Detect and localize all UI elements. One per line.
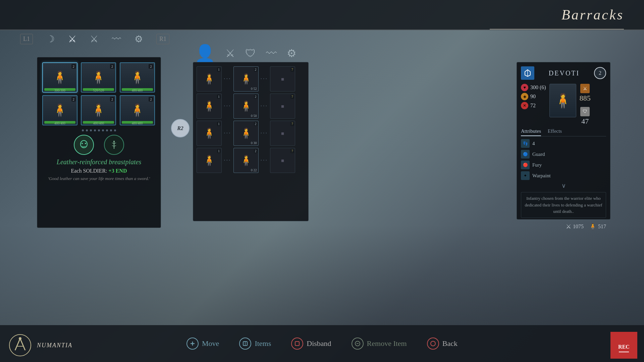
gold-icon: ◈ xyxy=(521,93,528,100)
devoti-icon xyxy=(521,66,534,80)
logo-icon xyxy=(7,332,34,359)
attr-speed: 👣 4 xyxy=(521,139,606,148)
stats-col-right: ⚔ 885 🛡 47 xyxy=(580,84,591,126)
stats-row: ♥ 300 (6) ◈ 90 ✕ 72 🧍 ⚔ 885 🛡 47 xyxy=(521,84,606,126)
unit-description: Infantry chosen from the warrior elite w… xyxy=(521,192,606,218)
disband-icon xyxy=(291,338,303,350)
center-nav: 👤 ⚔ 🛡 〰 ⚙ xyxy=(195,44,297,63)
attack-stat: ⚔ 885 xyxy=(580,84,591,103)
move-icon xyxy=(186,338,199,350)
logo-text: NUMANTIA xyxy=(37,342,72,349)
r1-button[interactable]: R1 xyxy=(156,34,169,44)
unit-level: 2 xyxy=(594,67,606,79)
r2-button[interactable]: R2 xyxy=(171,119,190,137)
unit-card-0[interactable]: 🧍 2 300/300 xyxy=(42,62,77,93)
logo: NUMANTIA xyxy=(7,332,72,359)
hp-value: 300 (6) xyxy=(530,84,546,90)
action-remove[interactable]: Remove Item xyxy=(352,338,407,350)
troop-row-4: 🧍 1 ··· 🧍 2 0 22 ··· ▪ 7 xyxy=(197,148,305,173)
skill-icon-mask[interactable] xyxy=(74,135,94,155)
action-back[interactable]: Back xyxy=(427,338,458,350)
gold-value: 90 xyxy=(530,94,536,100)
unit-grid: 🧍 2 300/300 🧍 2 520/520 🧍 2 480/480 🧍 xyxy=(42,62,156,125)
right-panel: DEVOTI 2 ♥ 300 (6) ◈ 90 ✕ 72 🧍 ⚔ 885 xyxy=(517,62,610,220)
sword-value: 1075 xyxy=(573,224,584,230)
shield-resource: 🧍 517 xyxy=(589,223,606,230)
defense-stat: 🛡 47 xyxy=(580,107,591,126)
back-label: Back xyxy=(442,339,458,348)
troop-card-4c[interactable]: ▪ 7 xyxy=(270,148,295,173)
item-bonus-value: +3 END xyxy=(109,168,127,174)
cross-stat: ✕ 72 xyxy=(521,102,546,109)
bottom-bar: Move Items Disband Remove Item xyxy=(0,325,644,362)
fury-icon: 🔴 xyxy=(521,161,530,169)
attr-guard: 🔵 Guard xyxy=(521,150,606,159)
remove-label: Remove Item xyxy=(367,339,407,348)
center-rune-icon: ⚙ xyxy=(287,47,297,60)
nav-icons: L1 ☽ ⚔ ⚔ 〰 ⚙ R1 xyxy=(20,34,169,45)
troop-card-3c[interactable]: ▪ 7 xyxy=(270,121,295,146)
cross-icon: ✕ xyxy=(521,102,528,109)
tab-effects[interactable]: Effects xyxy=(548,128,562,136)
action-items[interactable]: Items xyxy=(239,338,271,350)
defense-icon: 🛡 xyxy=(580,107,590,116)
troop-card-2c[interactable]: ▪ 7 xyxy=(270,94,295,119)
page-title: Barracks xyxy=(561,7,624,23)
item-name: Leather-reinforced breastplates xyxy=(42,158,156,166)
fury-label: Fury xyxy=(532,162,542,168)
troop-card-1a[interactable]: 🧍 1 xyxy=(197,66,222,92)
unit-card-1[interactable]: 🧍 2 520/520 xyxy=(81,62,116,93)
back-icon xyxy=(427,338,439,350)
dots-row xyxy=(42,129,156,131)
action-move[interactable]: Move xyxy=(186,338,219,350)
troop-card-3b[interactable]: 🧍 2 0 30 xyxy=(233,121,259,146)
svg-text:REC: REC xyxy=(618,344,630,350)
defense-value: 47 xyxy=(581,117,589,126)
unit-card-3[interactable]: 🧍 2 480/480 xyxy=(42,95,77,125)
action-disband[interactable]: Disband xyxy=(291,338,331,350)
attr-fury: 🔴 Fury xyxy=(521,161,606,169)
center-bow-icon: 〰 xyxy=(266,47,277,60)
tab-attributes[interactable]: Attributes xyxy=(521,128,541,136)
troop-card-4b[interactable]: 🧍 2 0 22 xyxy=(233,148,259,173)
nav-icon-1: ☽ xyxy=(46,34,55,45)
svg-point-10 xyxy=(431,341,435,346)
stats-col-left: ♥ 300 (6) ◈ 90 ✕ 72 xyxy=(521,84,546,109)
disband-label: Disband xyxy=(307,339,331,348)
left-panel: 🧍 2 300/300 🧍 2 520/520 🧍 2 480/480 🧍 xyxy=(37,57,161,228)
shield-value: 517 xyxy=(598,224,606,230)
troop-card-2a[interactable]: 🧍 1 xyxy=(197,94,222,119)
speed-icon: 👣 xyxy=(521,139,530,148)
unit-card-2[interactable]: 🧍 2 480/480 xyxy=(120,62,155,93)
nav-icon-5: ⚙ xyxy=(135,34,143,45)
top-bar: Barracks xyxy=(0,0,644,30)
unit-name: DEVOTI xyxy=(549,69,580,77)
troop-card-2b[interactable]: 🧍 2 0 50 xyxy=(233,94,259,119)
sword-icon: ⚔ xyxy=(566,223,571,230)
troop-card-3a[interactable]: 🧍 1 xyxy=(197,121,222,146)
attr-tabs: Attributes Effects xyxy=(521,128,606,136)
guard-icon: 🔵 xyxy=(521,150,530,159)
svg-point-12 xyxy=(19,337,21,340)
resource-row: ⚔ 1075 🧍 517 xyxy=(521,221,606,230)
troop-row-3: 🧍 1 ··· 🧍 2 0 30 ··· ▪ 7 xyxy=(197,121,305,146)
svg-point-4 xyxy=(113,141,115,142)
l1-button[interactable]: L1 xyxy=(20,34,33,44)
skill-icon-caduceus[interactable] xyxy=(104,135,124,155)
unit-portrait: 🧍 xyxy=(549,84,576,117)
troop-card-1c[interactable]: ▪ 7 xyxy=(270,66,295,92)
unit-card-5[interactable]: 🧍 2 480/480 xyxy=(120,95,155,125)
guard-label: Guard xyxy=(532,152,545,157)
cross-value: 72 xyxy=(530,103,536,109)
unit-card-4[interactable]: 🧍 2 480/480 xyxy=(81,95,116,125)
nav-icon-sword: ⚔ xyxy=(68,34,76,45)
troop-card-4a[interactable]: 🧍 1 xyxy=(197,148,222,173)
troop-card-1b[interactable]: 🧍 2 0 52 xyxy=(233,66,259,92)
move-label: Move xyxy=(202,339,219,348)
svg-point-2 xyxy=(85,143,86,144)
sword-resource: ⚔ 1075 xyxy=(566,223,584,230)
center-hero-icon: 👤 xyxy=(195,44,215,63)
items-icon xyxy=(239,338,251,350)
items-label: Items xyxy=(255,339,271,348)
skill-icons xyxy=(42,135,156,155)
